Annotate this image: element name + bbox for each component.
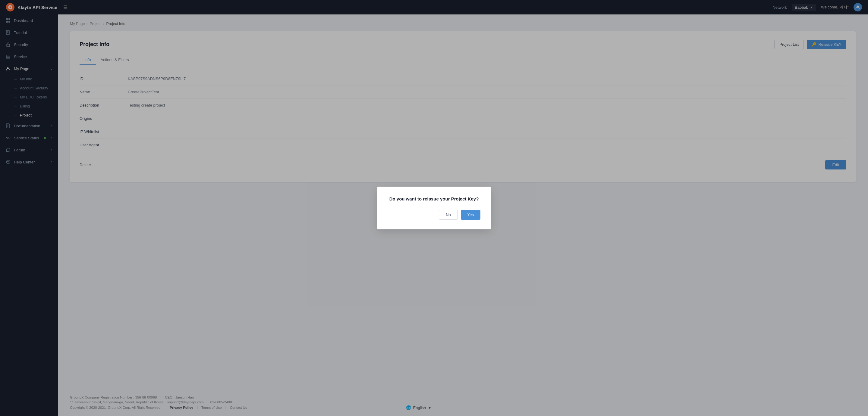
- modal-actions: No Yes: [388, 210, 480, 220]
- modal-no-button[interactable]: No: [439, 210, 458, 220]
- modal-yes-button[interactable]: Yes: [461, 210, 480, 220]
- modal-overlay[interactable]: Do you want to reissue your Project Key?…: [0, 0, 868, 416]
- modal-title: Do you want to reissue your Project Key?: [388, 196, 480, 201]
- reissue-modal: Do you want to reissue your Project Key?…: [377, 187, 491, 229]
